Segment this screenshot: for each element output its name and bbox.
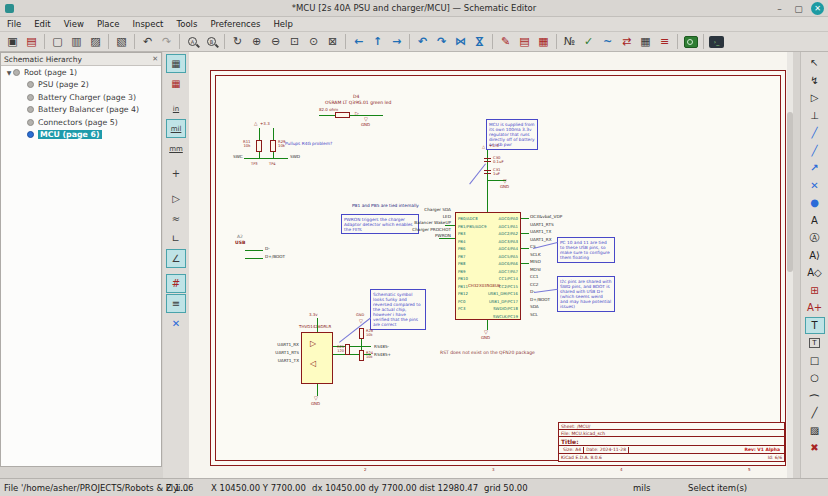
note-i2c[interactable]: I2c pins are shared with SWD pins, and B… [557,276,615,312]
zoom-selection-button[interactable]: ⊠ [323,33,342,51]
add-line-button[interactable]: ╱ [805,404,825,422]
print-button[interactable]: ▥ [67,33,86,51]
add-circle-button[interactable]: ○ [805,369,825,387]
units-inches-button[interactable]: in [166,99,186,118]
add-global-label-button[interactable]: A⟩ [805,247,825,265]
select-tool-button[interactable]: ↖ [805,54,825,72]
minimize-button[interactable]: – [773,2,786,15]
open-pcb-editor-button[interactable] [681,33,700,51]
edit-library-links-button[interactable]: ▤ [515,33,534,51]
net-label-d-plus[interactable]: D+/BOOT [265,255,285,260]
add-sheet-button[interactable]: ⊞ [805,282,825,300]
menu-place[interactable]: Place [97,19,120,29]
resistor[interactable] [270,140,276,152]
add-label-button[interactable]: A [805,212,825,230]
resistor[interactable] [335,112,350,118]
page-settings-button[interactable]: ▢ [48,33,67,51]
rotate-ccw-button[interactable]: ↶ [413,33,432,51]
add-image-button[interactable]: ▨ [805,422,825,440]
menu-file[interactable]: File [7,19,21,29]
resistor[interactable] [256,140,262,152]
redo-button[interactable]: ↷ [157,33,176,51]
units-mm-button[interactable]: mm [166,139,186,158]
hierarchy-item-mcu[interactable]: MCU (page 6) [1,129,161,142]
free-angle-wires-button[interactable]: ≈ [166,209,186,228]
grid-override-button[interactable]: ▦ [166,74,186,93]
mirror-horizontal-button[interactable]: ⋈ [451,33,470,51]
schematic-setup-button[interactable]: ▤ [22,33,41,51]
zoom-fit-button[interactable]: ⊡ [285,33,304,51]
usb-name[interactable]: USB [235,240,245,245]
rs485-left-labels[interactable]: UART1_RX UART1_RTS UART1_TX [263,341,299,365]
led-ref[interactable]: D4 [353,94,359,99]
zoom-in-button[interactable]: ⊕ [247,33,266,51]
menu-tools[interactable]: Tools [176,19,197,29]
maximize-button[interactable]: ▢ [792,2,805,15]
add-bus-button[interactable]: ╱ [805,142,825,160]
add-hierarchical-label-button[interactable]: A◇ [805,264,825,282]
resistor[interactable] [359,328,364,339]
add-text-button[interactable]: T [805,317,825,335]
net-label-d-minus[interactable]: D- [265,247,270,252]
add-symbol-button[interactable]: ▷ [805,89,825,107]
scripting-console-button[interactable]: ›_ [707,33,726,51]
add-sheet-pin-button[interactable]: A+ [805,299,825,317]
full-cursor-button[interactable]: + [166,164,186,183]
hierarchy-item-root[interactable]: ▼ Root (page 1) [1,66,161,79]
led-symbol[interactable]: ▷ [355,110,359,116]
grid-visibility-button[interactable]: ▦ [166,54,186,73]
add-arc-button[interactable]: ( [805,387,825,405]
testpoint-label[interactable]: TP4 [269,162,276,166]
hv-wires-button[interactable]: ∟ [166,229,186,248]
menu-edit[interactable]: Edit [34,19,50,29]
wires-45-button[interactable]: ∠ [166,249,186,268]
zoom-out-button[interactable]: ⊖ [266,33,285,51]
add-textbox-button[interactable]: T [805,334,825,352]
mcu-left-net-labels[interactable]: Charger SDA LED Balancer WakeUP Charger … [387,207,451,240]
pullups-note[interactable]: Pullups R4G problem? [285,141,332,146]
highlight-net-button[interactable]: ↯ [805,72,825,90]
note-rst[interactable]: RST does not exist on the QFN20 package [440,350,550,355]
expand-arrow-icon[interactable]: ▼ [5,69,13,76]
nav-forward-button[interactable]: → [387,33,406,51]
nav-up-button[interactable]: ↑ [368,33,387,51]
simulator-button[interactable]: ~ [598,33,617,51]
add-netclass-directive-button[interactable]: Ⓐ [805,229,825,247]
mcu-right-net-labels-bottom[interactable]: CC1 CC2 D- D+/BOOT SDA SCL [530,273,550,318]
canvas-scrollbar[interactable] [787,52,793,478]
usb-ref[interactable]: A2 [237,234,243,239]
note-symbol[interactable]: Schematic symbol looks funky and reverse… [370,289,426,330]
add-power-button[interactable]: ⊥ [805,107,825,125]
delete-tool-button[interactable]: ✖ [805,439,825,457]
assign-footprints-button[interactable]: ⇄ [617,33,636,51]
add-bus-entry-button[interactable]: ↗ [805,159,825,177]
hierarchy-panel-close-icon[interactable]: ✕ [152,55,158,63]
hierarchy-item-connectors[interactable]: Connectors (page 5) [1,116,161,129]
capacitor[interactable] [484,170,491,174]
menu-view[interactable]: View [64,19,84,29]
properties-panel-button[interactable]: ✕ [166,314,186,333]
net-label-swc[interactable]: SWC [233,155,243,160]
resistor[interactable] [359,350,364,361]
rs485-symbol[interactable]: ▷ ◁ [301,332,333,384]
close-button[interactable]: ✕ [811,2,824,15]
led-description[interactable]: OSRAM LT Q39G.01 green led [325,100,391,105]
testpoint-label[interactable]: TP3 [251,162,258,166]
undo-button[interactable]: ↶ [138,33,157,51]
schematic-canvas[interactable]: 2 3 4 5 D4 OSRAM LT Q39G.01 green led 82… [189,52,793,478]
add-junction-button[interactable]: ● [805,194,825,212]
mcu-symbol[interactable]: PB0/ADC8 PB1/PB5/ADC9 PB3 PB4 PB6 PB7 PB… [455,212,521,320]
bom-export-button[interactable]: ≡ [655,33,674,51]
edit-symbol-fields-button[interactable]: ✎ [496,33,515,51]
hierarchy-item-psu[interactable]: PSU (page 2) [1,79,161,92]
capacitor[interactable] [484,158,491,162]
find-replace-button[interactable]: B [202,33,221,51]
units-mils-button[interactable]: mil [166,119,186,138]
nav-back-button[interactable]: ← [349,33,368,51]
add-rectangle-button[interactable]: □ [805,352,825,370]
hierarchy-navigator-button[interactable]: ≡ [166,294,186,313]
bom-table-button[interactable]: ▦ [636,33,655,51]
symbol-fields-table-button[interactable]: ▦ [534,33,553,51]
annotate-auto-button[interactable]: # [166,274,186,293]
note-usb-pins[interactable]: PC 10 and 11 are tied to these USB pins,… [557,237,615,263]
